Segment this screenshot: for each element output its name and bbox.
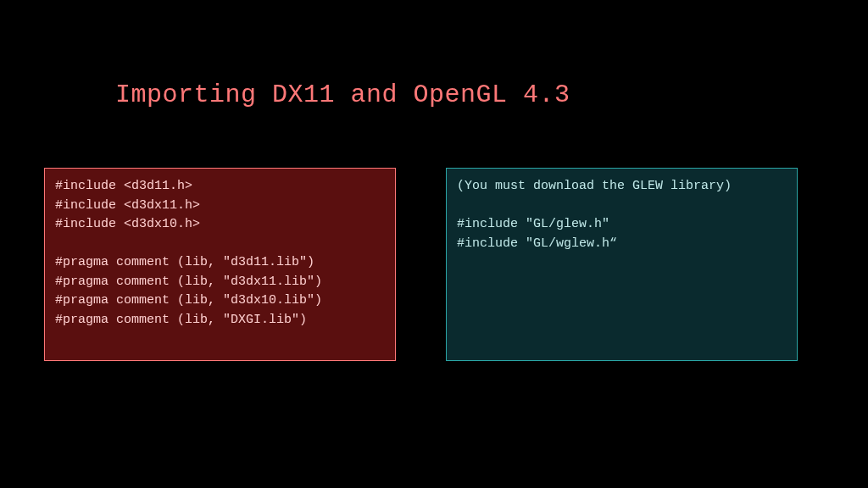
dx11-code-box: #include <d3d11.h> #include <d3dx11.h> #… (44, 168, 396, 361)
slide-title: Importing DX11 and OpenGL 4.3 (115, 80, 570, 109)
opengl-code-box: (You must download the GLEW library) #in… (446, 168, 798, 361)
